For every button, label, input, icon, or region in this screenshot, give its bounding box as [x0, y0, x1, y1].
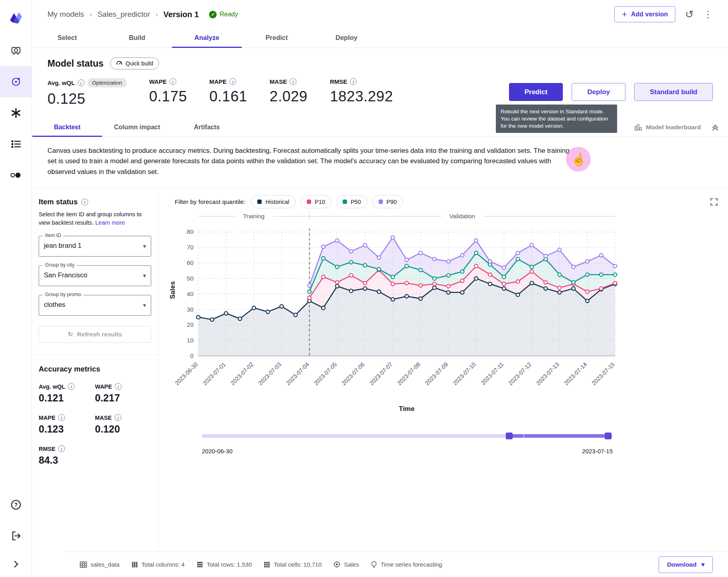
metric-value: 0.121 [39, 392, 95, 404]
footer-label: sales_data [91, 561, 120, 568]
info-icon[interactable]: i [58, 414, 65, 421]
svg-text:2023-07-02: 2023-07-02 [229, 361, 255, 387]
svg-text:2023-07-03: 2023-07-03 [257, 361, 282, 387]
metric-wape: WAPEi 0.175 [149, 78, 187, 107]
metric-label: RMSE [330, 78, 347, 85]
tab-select[interactable]: Select [32, 29, 102, 47]
learn-more-link[interactable]: Learn more [95, 219, 125, 226]
info-icon[interactable]: i [68, 383, 75, 390]
collapse-section-icon[interactable] [711, 123, 719, 131]
nav-compare-icon[interactable] [0, 160, 32, 191]
item-status-card: Item status i Select the item ID and gro… [32, 188, 158, 355]
slider-handle-right[interactable] [605, 433, 612, 439]
chevron-down-icon: ▾ [143, 243, 146, 250]
svg-text:2023-07-10: 2023-07-10 [452, 361, 477, 387]
metric-label: Avg. wQL [47, 79, 75, 86]
group-by-city-select[interactable]: Group by city San Francisco ▾ [39, 265, 151, 286]
info-icon[interactable]: i [290, 78, 296, 85]
model-leaderboard-link[interactable]: Model leaderboard [634, 124, 701, 131]
time-range-slider [202, 431, 613, 447]
info-icon[interactable]: i [78, 79, 85, 86]
predict-button[interactable]: Predict [509, 83, 563, 101]
nav-list-icon[interactable] [0, 128, 32, 160]
info-icon[interactable]: i [58, 445, 65, 452]
p10-swatch-icon [307, 200, 311, 204]
item-id-select[interactable]: Item ID jean brand 1 ▾ [39, 236, 151, 257]
nav-models-icon[interactable] [0, 66, 32, 97]
chip-label: P50 [351, 199, 361, 205]
chip-p50[interactable]: P50 [336, 195, 367, 208]
subtab-backtest[interactable]: Backtest [32, 118, 102, 136]
metric-label: WAPE [95, 383, 112, 390]
refresh-icon: ↻ [68, 331, 73, 338]
deploy-button[interactable]: Deploy [572, 83, 625, 101]
app-root: ? My models › Sales_predictor › Version … [0, 0, 728, 577]
info-icon[interactable]: i [170, 78, 176, 85]
metric-value: 0.161 [209, 88, 247, 105]
help-icon[interactable]: ? [0, 489, 32, 520]
dataset-name[interactable]: sales_data [80, 561, 120, 568]
acc-metric-avg-wql: Avg. wQLi 0.121 [39, 383, 95, 404]
subtab-column-impact[interactable]: Column impact [102, 118, 172, 136]
info-icon[interactable]: i [350, 78, 357, 85]
nav-datasets-icon[interactable] [0, 35, 32, 66]
status-badge: ✓ Ready [209, 11, 238, 18]
status-badge-label: Ready [219, 11, 238, 18]
svg-text:2023-07-11: 2023-07-11 [479, 361, 505, 386]
breadcrumb: My models › Sales_predictor › Version 1 … [47, 10, 238, 19]
model-actions: Predict Deploy Standard build [509, 83, 713, 101]
page-header: My models › Sales_predictor › Version 1 … [32, 0, 728, 29]
version-history-icon[interactable]: ↺ [685, 9, 694, 20]
nav-automations-icon[interactable] [0, 97, 32, 128]
quick-build-label: Quick build [126, 60, 153, 67]
footer-label: Sales [344, 561, 359, 568]
subtab-artifacts[interactable]: Artifacts [172, 118, 242, 136]
analysis-tabs: Backtest Column impact Artifacts Model l… [32, 118, 728, 137]
chip-historical[interactable]: Historical [251, 195, 296, 208]
fullscreen-icon[interactable] [710, 198, 718, 206]
refresh-results-button[interactable]: ↻ Refresh results [39, 326, 151, 343]
chevron-down-icon: ▾ [143, 272, 146, 279]
historical-swatch-icon [257, 200, 262, 204]
metric-value: 0.175 [149, 88, 187, 105]
chip-p10[interactable]: P10 [300, 195, 331, 208]
info-icon[interactable]: i [114, 414, 121, 421]
metric-value: 0.217 [95, 392, 151, 404]
svg-text:0: 0 [190, 352, 193, 359]
group-by-promo-select[interactable]: Group by promo clothes ▾ [39, 295, 151, 316]
footer-label: Time series forecasting [381, 561, 442, 568]
item-id-select-value: jean brand 1 [44, 242, 82, 249]
tab-analyze[interactable]: Analyze [172, 29, 242, 47]
add-version-button[interactable]: + Add version [614, 6, 675, 22]
expand-rail-icon[interactable] [0, 551, 32, 577]
chip-p90[interactable]: P90 [372, 195, 403, 208]
p90-swatch-icon [379, 200, 383, 204]
breadcrumb-my-models[interactable]: My models [47, 10, 84, 19]
svg-text:80: 80 [187, 228, 193, 235]
table-icon [80, 561, 87, 568]
kebab-menu-icon[interactable]: ⋮ [703, 9, 713, 20]
standard-build-button[interactable]: Standard build [634, 83, 713, 101]
main-tabs: Select Build Analyze Predict Deploy [32, 29, 728, 48]
metric-label: Avg. wQL [39, 383, 65, 390]
gauge-icon [116, 60, 122, 67]
group-by-city-value: San Francisco [44, 271, 87, 279]
download-button[interactable]: Download ▾ [659, 556, 713, 573]
tab-build[interactable]: Build [102, 29, 172, 47]
model-leaderboard-label: Model leaderboard [646, 124, 701, 131]
metric-label: RMSE [39, 446, 55, 452]
info-icon[interactable]: i [115, 383, 122, 390]
info-icon[interactable]: i [81, 199, 88, 206]
target-column: Sales [333, 561, 359, 568]
tab-predict[interactable]: Predict [242, 29, 312, 47]
standard-build-tooltip: Rebuild the next version in Standard mod… [496, 105, 617, 133]
mouse-cursor-highlight: ☝ [566, 147, 591, 172]
info-icon[interactable]: i [229, 78, 236, 85]
slider-handle-left[interactable] [506, 433, 513, 439]
tab-deploy[interactable]: Deploy [312, 29, 381, 47]
metric-label: WAPE [149, 78, 167, 85]
svg-text:2023-06-30: 2023-06-30 [174, 361, 199, 387]
rows-icon [197, 561, 203, 568]
breadcrumb-model[interactable]: Sales_predictor [97, 10, 150, 19]
logout-icon[interactable] [0, 520, 32, 551]
